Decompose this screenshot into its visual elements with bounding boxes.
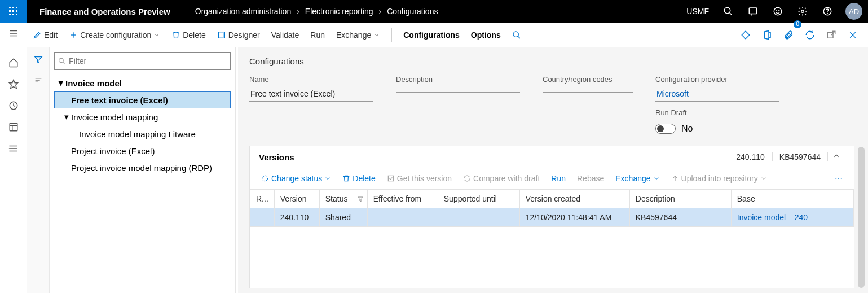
modules-icon[interactable]	[0, 138, 27, 159]
popout-icon[interactable]	[821, 23, 842, 47]
breadcrumb-item[interactable]: Configurations	[386, 7, 439, 16]
collapse-icon[interactable]	[828, 152, 845, 162]
svg-point-18	[827, 13, 828, 14]
diamond-icon[interactable]	[735, 23, 756, 47]
navigation-rail	[0, 23, 27, 293]
funnel-icon[interactable]	[34, 55, 43, 67]
tree-item-free-text-invoice[interactable]: Free text invoice (Excel)	[54, 91, 231, 108]
attachments-icon[interactable]: 0	[778, 23, 799, 47]
company-code[interactable]: USMF	[680, 7, 716, 16]
svg-line-38	[518, 36, 520, 38]
versions-table: R... Version Status Effective from Suppo…	[250, 189, 854, 227]
svg-rect-40	[827, 32, 833, 38]
col-r[interactable]: R...	[250, 190, 275, 208]
create-configuration-button[interactable]: Create configuration	[63, 23, 166, 47]
delete-label: Delete	[183, 30, 205, 40]
svg-rect-5	[16, 10, 17, 12]
chat-icon[interactable]	[741, 0, 765, 23]
field-description-value[interactable]	[396, 87, 520, 93]
home-icon[interactable]	[0, 52, 27, 73]
search-icon[interactable]	[716, 0, 741, 23]
tab-configurations[interactable]: Configurations	[398, 23, 465, 47]
svg-rect-3	[9, 10, 11, 12]
tree-item-project-invoice-rdp[interactable]: Project invoice model mapping (RDP)	[54, 159, 231, 176]
base-link[interactable]: Invoice model	[737, 213, 786, 222]
svg-point-50	[262, 176, 267, 181]
app-launcher-icon[interactable]	[0, 0, 27, 23]
svg-point-32	[8, 151, 10, 152]
attachments-badge: 0	[794, 20, 801, 28]
filter-input[interactable]	[69, 56, 227, 65]
tree-item-project-invoice-excel[interactable]: Project invoice (Excel)	[54, 142, 231, 159]
version-exchange-button[interactable]: Exchange	[610, 170, 665, 186]
validate-button[interactable]: Validate	[266, 23, 305, 47]
run-button[interactable]: Run	[305, 23, 331, 47]
svg-rect-2	[16, 7, 17, 8]
base-num[interactable]: 240	[795, 213, 808, 222]
gear-icon[interactable]	[790, 0, 815, 23]
designer-button[interactable]: Designer	[212, 23, 266, 47]
avatar[interactable]: AD	[845, 3, 862, 20]
chevron-down-icon	[760, 175, 767, 182]
favorite-icon[interactable]	[0, 73, 27, 95]
version-run-button[interactable]: Run	[545, 170, 571, 186]
toolbar-search-icon[interactable]	[506, 23, 527, 47]
tree-root[interactable]: ▾ Invoice model	[54, 75, 231, 91]
collapse-icon[interactable]: ▾	[62, 112, 71, 122]
svg-line-10	[729, 12, 732, 15]
tree-item-mapping-litware[interactable]: Invoice model mapping Litware	[54, 125, 231, 142]
close-icon[interactable]	[842, 23, 863, 47]
feedback-icon[interactable]	[765, 0, 790, 23]
scrollbar-thumb[interactable]	[858, 147, 865, 288]
change-status-button[interactable]: Change status	[255, 170, 337, 186]
versions-summary-kb: KB4597644	[772, 152, 828, 161]
field-country: Country/region codes	[543, 75, 633, 136]
edit-button[interactable]: Edit	[27, 23, 63, 47]
menu-icon[interactable]	[0, 23, 27, 44]
col-version[interactable]: Version	[274, 190, 319, 208]
run-draft-toggle[interactable]: No	[655, 124, 693, 134]
details-heading: Configurations	[249, 56, 857, 66]
upload-repository-button: Upload into repository	[666, 170, 773, 186]
office-icon[interactable]	[756, 23, 778, 47]
exchange-button[interactable]: Exchange	[331, 23, 386, 47]
field-description: Description	[396, 75, 520, 136]
chevron-down-icon	[324, 175, 331, 182]
svg-marker-44	[35, 57, 42, 63]
workspaces-icon[interactable]	[0, 116, 27, 138]
svg-point-31	[8, 148, 10, 149]
svg-rect-11	[749, 8, 757, 14]
svg-point-15	[779, 10, 779, 11]
help-icon[interactable]	[815, 0, 840, 23]
svg-marker-53	[358, 197, 363, 202]
col-description[interactable]: Description	[629, 190, 731, 208]
breadcrumb-item[interactable]: Electronic reporting	[304, 7, 374, 16]
version-delete-button[interactable]: Delete	[337, 170, 381, 186]
collapse-icon[interactable]: ▾	[56, 78, 65, 88]
tab-options[interactable]: Options	[465, 23, 506, 47]
field-name-value[interactable]: Free text invoice (Excel)	[249, 87, 373, 102]
col-supported[interactable]: Supported until	[438, 190, 519, 208]
svg-rect-7	[12, 14, 14, 15]
filter-box[interactable]	[54, 52, 231, 70]
table-row[interactable]: 240.110 Shared 12/10/2020 11:48:41 AM KB…	[250, 208, 854, 227]
tree-item-invoice-model-mapping[interactable]: ▾ Invoice model mapping	[54, 108, 231, 125]
funnel-icon[interactable]	[357, 195, 364, 204]
svg-marker-22	[9, 80, 17, 89]
field-provider-value[interactable]: Microsoft	[655, 87, 779, 102]
recent-icon[interactable]	[0, 95, 27, 116]
col-created[interactable]: Version created	[519, 190, 629, 208]
create-label: Create configuration	[80, 30, 151, 40]
field-provider: Configuration provider Microsoft Run Dra…	[655, 75, 779, 136]
breadcrumb-item[interactable]: Organization administration	[194, 7, 292, 16]
col-base[interactable]: Base	[731, 190, 853, 208]
svg-rect-24	[10, 123, 17, 131]
delete-button[interactable]: Delete	[166, 23, 211, 47]
col-status[interactable]: Status	[319, 190, 367, 208]
col-effective[interactable]: Effective from	[367, 190, 438, 208]
field-country-value[interactable]	[543, 87, 633, 93]
refresh-icon[interactable]	[799, 23, 821, 47]
list-icon[interactable]	[34, 76, 43, 87]
more-icon[interactable]: ⋯	[830, 174, 848, 183]
compare-button: Compare with draft	[457, 170, 545, 186]
